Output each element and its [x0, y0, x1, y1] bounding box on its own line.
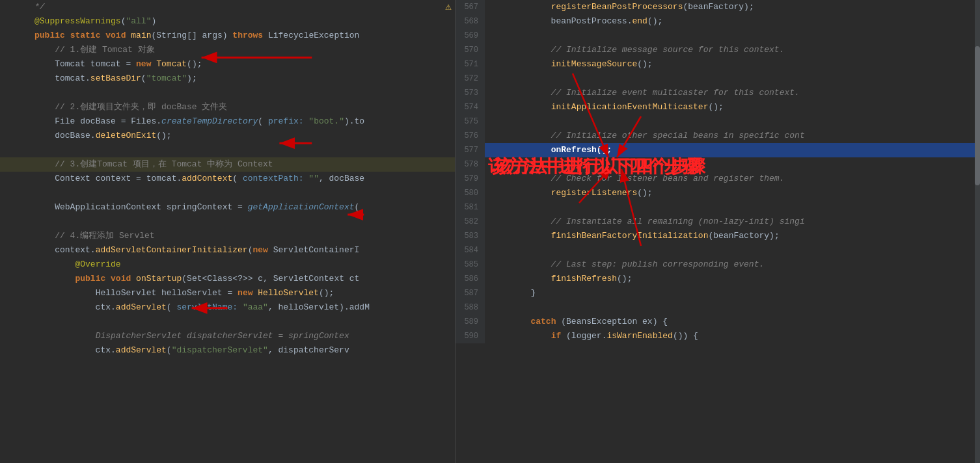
line-content [485, 157, 980, 172]
line-content: Tomcat tomcat = new Tomcat(); [29, 57, 455, 72]
right-scrollbar[interactable] [975, 0, 980, 463]
code-line: WebApplicationContext springContext = ge… [0, 200, 455, 215]
line-content [485, 114, 980, 129]
line-content [485, 243, 980, 258]
code-line: 579 // Check for listener beans and regi… [456, 172, 980, 186]
line-content: // Initialize other special beans in spe… [485, 129, 980, 143]
line-number: 575 [456, 114, 485, 129]
code-line [0, 186, 455, 200]
line-content: catch (BeansException ex) { [485, 315, 980, 329]
line-content: if (logger.isWarnEnabled()) { [485, 329, 980, 343]
code-line: 569 [456, 29, 980, 43]
line-content: // 4.编程添加 Servlet [29, 229, 455, 243]
line-content [29, 215, 455, 229]
line-content: tomcat.setBaseDir("tomcat"); [29, 72, 455, 86]
line-number: 572 [456, 72, 485, 86]
line-number: 567 [456, 0, 485, 14]
code-line: context.addServletContainerInitializer(n… [0, 243, 455, 258]
code-line: 578 [456, 157, 980, 172]
line-number: 570 [456, 43, 485, 57]
code-line: Context context = tomcat.addContext( con… [0, 172, 455, 186]
line-number: 586 [456, 272, 485, 286]
code-line [0, 315, 455, 329]
line-content: @SuppressWarnings("all") [29, 14, 455, 29]
line-content: @Override [29, 258, 455, 272]
line-content: DispatcherServlet dispatcherServlet = sp… [29, 329, 455, 343]
line-content: ctx.addServlet( servletName: "aaa", hell… [29, 300, 455, 315]
code-line: docBase.deleteOnExit(); [0, 129, 455, 143]
line-content: beanPostProcess.end(); [485, 14, 980, 29]
code-line: @SuppressWarnings("all") [0, 14, 455, 29]
line-number: 573 [456, 86, 485, 100]
line-number: 590 [456, 329, 485, 343]
code-line: HelloServlet helloServlet = new HelloSer… [0, 286, 455, 300]
line-number: 588 [456, 300, 485, 315]
line-number: 569 [456, 29, 485, 43]
line-content: WebApplicationContext springContext = ge… [29, 200, 455, 215]
code-line: 583 finishBeanFactoryInitialization(bean… [456, 229, 980, 243]
line-content: */ [29, 0, 455, 14]
code-line: ctx.addServlet("dispatcherServlet", disp… [0, 343, 455, 358]
code-line: Tomcat tomcat = new Tomcat(); [0, 57, 455, 72]
line-content: onRefresh(); [485, 143, 980, 157]
line-content: docBase.deleteOnExit(); [29, 129, 455, 143]
warning-icon: ⚠ [445, 0, 452, 13]
line-content: Context context = tomcat.addContext( con… [29, 172, 455, 186]
code-line: 567 registerBeanPostProcessors(beanFacto… [456, 0, 980, 14]
line-number: 579 [456, 172, 485, 186]
scrollbar-thumb[interactable] [975, 46, 980, 185]
line-number: 583 [456, 229, 485, 243]
line-number: 571 [456, 57, 485, 72]
code-line: 571 initMessageSource(); [456, 57, 980, 72]
code-line: public void onStartup(Set<Class<?>> c, S… [0, 272, 455, 286]
line-content [29, 86, 455, 100]
line-number: 587 [456, 286, 485, 300]
code-line: // 4.编程添加 Servlet [0, 229, 455, 243]
right-code-pane: 567 registerBeanPostProcessors(beanFacto… [456, 0, 980, 463]
line-content: // Check for listener beans and register… [485, 172, 980, 186]
line-content: public static void main(String[] args) t… [29, 29, 455, 43]
line-number: 568 [456, 14, 485, 29]
code-line: 573 // Initialize event multicaster for … [456, 86, 980, 100]
left-code-pane: */ @SuppressWarnings("all") public stati… [0, 0, 456, 463]
code-line: 574 initApplicationEventMulticaster(); [456, 100, 980, 114]
line-content: initMessageSource(); [485, 57, 980, 72]
line-content: // 2.创建项目文件夹，即 docBase 文件夹 [29, 100, 455, 114]
code-line: 576 // Initialize other special beans in… [456, 129, 980, 143]
line-content: registerBeanPostProcessors(beanFactory); [485, 0, 980, 14]
code-line: DispatcherServlet dispatcherServlet = sp… [0, 329, 455, 343]
code-line: File docBase = Files.createTempDirectory… [0, 114, 455, 129]
on-refresh-line: 577 onRefresh(); [456, 143, 980, 157]
line-content: registerListeners(); [485, 186, 980, 200]
code-line: 586 finishRefresh(); [456, 272, 980, 286]
line-number: 574 [456, 100, 485, 114]
line-content [485, 29, 980, 43]
line-number: 577 [456, 143, 485, 157]
annotation-span: @SuppressWarnings [34, 16, 121, 26]
line-content [485, 200, 980, 215]
code-line: // 1.创建 Tomcat 对象 [0, 43, 455, 57]
code-line: 590 if (logger.isWarnEnabled()) { [456, 329, 980, 343]
line-content: File docBase = Files.createTempDirectory… [29, 114, 455, 129]
code-line: public static void main(String[] args) t… [0, 29, 455, 43]
line-number: 581 [456, 200, 485, 215]
main-container: */ @SuppressWarnings("all") public stati… [0, 0, 980, 463]
code-line: // 2.创建项目文件夹，即 docBase 文件夹 [0, 100, 455, 114]
line-content [485, 72, 980, 86]
code-line: 568 beanPostProcess.end(); [456, 14, 980, 29]
code-line: 575 [456, 114, 980, 129]
line-number: 582 [456, 215, 485, 229]
code-line: 587 } [456, 286, 980, 300]
code-line [0, 215, 455, 229]
line-content: initApplicationEventMulticaster(); [485, 100, 980, 114]
line-content [29, 315, 455, 329]
code-line: // 3.创建Tomcat 项目，在 Tomcat 中称为 Context [0, 157, 455, 172]
code-line: 585 // Last step: publish corresponding … [456, 258, 980, 272]
line-content: // Instantiate all remaining (non-lazy-i… [485, 215, 980, 229]
code-line: 572 [456, 72, 980, 86]
code-line [0, 86, 455, 100]
code-line: */ [0, 0, 455, 14]
code-line: tomcat.setBaseDir("tomcat"); [0, 72, 455, 86]
code-line: 588 [456, 300, 980, 315]
line-number: 584 [456, 243, 485, 258]
